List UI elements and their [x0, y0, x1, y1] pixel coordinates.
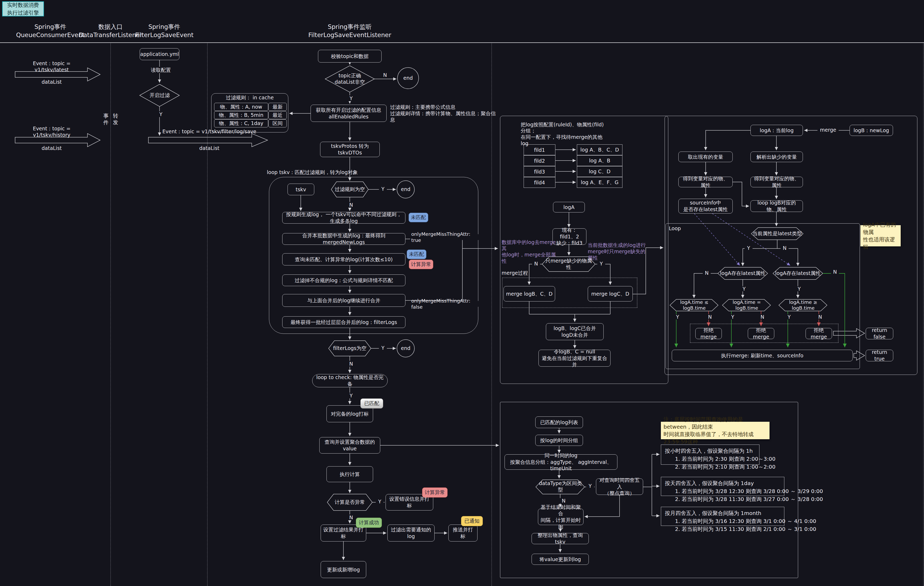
fild-logs-cell: log A、B: [577, 155, 622, 166]
badge-calc-ok: 计算成功: [356, 518, 382, 528]
label-y-only-miss: Y: [597, 261, 605, 267]
label-y-filterlogs: Y: [379, 345, 387, 351]
divider-label-forward: 转 发: [112, 113, 119, 126]
lane-header-queue-consumer: Spring事件 QueueConsumerEvent: [16, 23, 85, 39]
badge-unmatched-1: 未匹配: [409, 213, 428, 222]
event-history-label: Event：topic = v1/tskv/history: [16, 129, 87, 135]
event-filter-save-label: Event：topic = v1/tskv/filter/log/save: [159, 128, 260, 135]
node-do-merge: 执行merge: 刷新time、sourceInfo: [672, 350, 853, 361]
event-filter-save-datalist: dataList: [170, 145, 249, 151]
text-is-range-type: dataType为区间类型: [538, 483, 583, 490]
label-y-loop-check: Y: [347, 393, 355, 398]
fild-cell: fild4: [524, 177, 555, 188]
text-end-2: end: [399, 186, 412, 193]
node-have-missing: 现有：fild1、2 缺少：fild3: [553, 228, 586, 245]
node-matched-list: 已匹配的log列表: [535, 416, 583, 428]
label-n-time-eq: N: [758, 314, 766, 319]
node-collect-query-tskv: 整理出物属性，查询tskv: [531, 533, 589, 544]
node-get-attr-left: 得到变量对应的物、属性: [678, 177, 733, 187]
badge-matched: 已匹配: [360, 398, 383, 408]
label-y-has-latest-left: Y: [740, 286, 748, 291]
node-gen-log: 按规则生成log， 一个tskv可以命中不同过滤规则，生成多条log: [282, 212, 406, 224]
node-get-attr-right: 得到变量对应的物、属性: [751, 177, 803, 187]
text-only-miss: 只merge缺少的物属性: [545, 261, 592, 268]
label-n-rule-empty: N: [347, 202, 355, 208]
label-y-is-latest: Y: [744, 245, 752, 250]
node-loop-logb: loop logB对应的物、属性: [751, 200, 803, 212]
label-y-time-le: Y: [673, 314, 681, 319]
loop-label: Loop: [669, 225, 687, 232]
node-merge-cd: merge logC、D: [588, 286, 633, 301]
label-n-has-latest-right: N: [831, 269, 839, 275]
label-y-is-range: Y: [586, 483, 594, 489]
label-merge-process: merge过程: [502, 270, 536, 277]
node-final-logs: 最终获得一批经过层层合并后的log：filterLogs: [282, 316, 406, 328]
text-has-latest-left: logA存在latest属性: [719, 270, 766, 277]
badge-unmatched-2: 未匹配: [407, 250, 426, 259]
cache-title: 过滤规则： in cache: [213, 94, 286, 101]
node-update-value: 将value更新到log: [531, 554, 589, 565]
label-n-calc-error: N: [347, 514, 355, 520]
node-source-info: sourceInfo中 是否存在latest属性: [678, 199, 733, 214]
label-n-only-miss: N: [532, 261, 540, 267]
cache-row-tag: 最新: [269, 103, 287, 111]
node-loop-check: loop to check: 物属性是否完备: [312, 374, 388, 387]
label-y-time-eq: Y: [729, 314, 737, 319]
label-n-filterlogs: N: [347, 361, 355, 367]
label-read-config: 读取配置: [148, 67, 174, 73]
label-only-merge-false: onlyMergeMissThingAttr: false: [410, 301, 479, 307]
event-latest-datalist: dataList: [16, 79, 87, 85]
node-merge-bcd: merge logB、C、D: [503, 286, 555, 301]
node-reject-merge-3: 拒绝merge: [805, 328, 832, 339]
node-filter-notify: 过滤出需要通知的log: [388, 525, 435, 542]
node-logb-new: logB：newLog: [850, 125, 893, 136]
label-n-topic: N: [381, 72, 389, 78]
example-month: 按月四舍五入，假设聚合间隔为 1month 1. 若当前时间为 3/16 12:…: [661, 507, 784, 526]
node-validate-topic: 校验topic和数据: [318, 50, 381, 63]
group-intro: 把log按照配置(ruleId)、物属性(fild)分组； 在同一配置下，寻找待…: [521, 127, 608, 142]
event-latest-label: Event：topic = v1/tskv/latest: [16, 64, 87, 70]
block-arrow-filter-save: [148, 133, 267, 147]
cache-row-tag: 最近: [269, 111, 287, 119]
node-group-by-agg: 同一时间的log 按聚合信息分组：aggType、 aggInterval、ti…: [505, 454, 617, 470]
label-n-is-latest: N: [780, 245, 789, 250]
label-merge: merge: [817, 127, 839, 133]
node-loga: logA: [553, 202, 585, 212]
cache-row-attr: 物、属性：C, 1day: [214, 119, 268, 127]
node-query-unmatched: 查询未匹配、计算异常的log(计算次数≤10): [282, 253, 406, 265]
fild-logs-cell: log C、D: [577, 166, 622, 177]
badge-notified: 已通知: [461, 516, 483, 526]
note-merge-all: 数据库中的log去merge其 他log时，merge全部属性: [502, 245, 556, 258]
label-y-rule-empty: Y: [379, 186, 387, 192]
text-time-ge: logA.time ≥ logB.time: [780, 302, 827, 308]
loop-container: [666, 223, 860, 369]
annotation-rules: 过滤规则：主要携带公式信息 过滤规则详情：携带计算物、属性信息；聚合信息: [390, 107, 496, 120]
node-parse-missing: 解析出缺少的变量: [751, 151, 803, 162]
label-y-has-latest-right: Y: [795, 286, 803, 291]
label-y-topic: Y: [347, 95, 355, 101]
sticky-note-between: 注：底层按时间范围查询使用的是between，因此结束 时间就直接取临界值了，不…: [661, 422, 769, 439]
node-update-log: 更新或新增log: [321, 561, 366, 578]
note-merge-missing: 当前批数据生成的log进行 merge时只merge缺失的属性: [588, 245, 649, 258]
cache-row-attr: 物、属性：A, now: [214, 103, 268, 111]
text-topic-check: topic正确 dataList非空: [328, 72, 371, 86]
label-y-enable: Y: [157, 111, 165, 117]
lane-header-filter-log-save: Spring事件 FilterLogSaveEvent: [132, 23, 196, 39]
label-n-is-range: N: [559, 498, 568, 503]
divider-label-event: 事 件: [103, 113, 109, 126]
node-return-true: return true: [866, 350, 893, 361]
node-merge-new-logs: 合并本批数据中生成的log：最终得到mergedNewLogs: [282, 233, 406, 245]
loop-tskv-label: loop tskv：匹配过滤规则，转为log对象: [267, 169, 381, 176]
badge-calc-error-2: 计算异常: [422, 487, 447, 497]
sticky-note-loga-logic: logA中已有的物属 性也适用该逻辑: [860, 225, 901, 246]
text-filterlogs-empty: filterLogs为空: [328, 345, 371, 352]
node-set-null: 令logB、C = null 避免在当前过滤规则下重复合并: [538, 350, 610, 367]
label-y-calc-error: Y: [376, 499, 384, 504]
node-exec-calc: 执行计算: [327, 466, 373, 482]
node-filter-invalid: 过滤掉不合规的log：公式与规则详情不匹配: [282, 275, 406, 286]
node-convert-dtos: tskvProtos 转为 tskvDTOs: [320, 142, 380, 157]
text-time-eq: logA.time = logB.time: [723, 302, 770, 308]
node-group-by-time: 按log的时间分组: [535, 435, 583, 446]
node-take-vars: 取出现有的变量: [678, 151, 733, 162]
cache-row-tag: 区间: [269, 119, 287, 127]
